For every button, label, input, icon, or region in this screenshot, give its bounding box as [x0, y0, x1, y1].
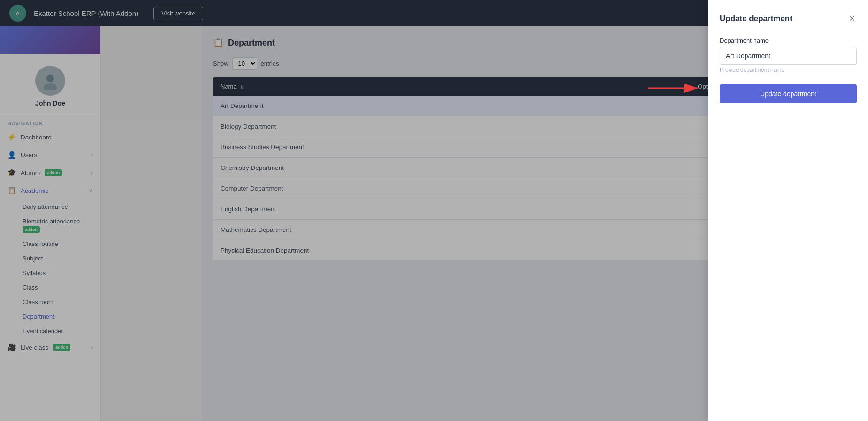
dept-name-hint: Provide department name [720, 67, 857, 73]
dept-name-input[interactable] [720, 47, 857, 65]
arrow-indicator [648, 79, 705, 98]
dept-name-label: Department name [720, 37, 857, 44]
update-department-button[interactable]: Update department [720, 84, 857, 103]
dept-name-form-group: Department name Provide department name [720, 37, 857, 73]
panel-title: Update department [720, 14, 792, 23]
panel-header: Update department × [720, 11, 857, 26]
close-panel-button[interactable]: × [847, 11, 857, 26]
update-department-panel: Update department × Department name Prov… [708, 0, 868, 421]
